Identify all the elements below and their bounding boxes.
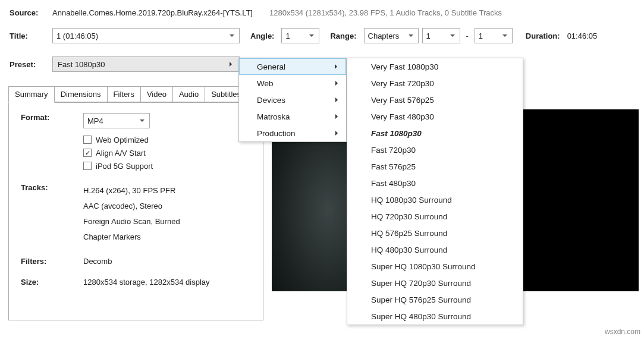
duration-label: Duration: (526, 32, 560, 40)
format-value: MP4 (87, 117, 103, 125)
preset-item[interactable]: Super HQ 576p25 Surround (347, 291, 523, 308)
format-label: Format: (21, 113, 83, 172)
range-from-value: 1 (426, 32, 431, 40)
ipod-label: iPod 5G Support (96, 162, 153, 171)
watermark-text: wsxdn.com (605, 328, 640, 336)
ipod-checkbox[interactable]: iPod 5G Support (83, 159, 153, 172)
format-select[interactable]: MP4 (83, 113, 150, 128)
preset-category-general[interactable]: General (239, 58, 346, 75)
title-select[interactable]: 1 (01:46:05) (52, 28, 240, 43)
preset-item[interactable]: Super HQ 720p30 Surround (347, 275, 523, 291)
preset-item[interactable]: HQ 720p30 Surround (347, 208, 523, 225)
range-label: Range: (330, 32, 356, 40)
filters-value: Decomb (83, 257, 112, 266)
preset-category-production[interactable]: Production (239, 125, 346, 141)
checkbox-icon: ✓ (83, 149, 92, 157)
preset-item[interactable]: Super HQ 480p30 Surround (347, 308, 523, 325)
angle-select[interactable]: 1 (281, 28, 319, 43)
preset-category-matroska[interactable]: Matroska (239, 108, 346, 125)
filters-label: Filters: (21, 257, 83, 266)
preset-category-web[interactable]: Web (239, 75, 346, 92)
preset-item[interactable]: Fast 480p30 (347, 175, 523, 191)
preset-item[interactable]: Very Fast 576p25 (347, 92, 523, 108)
preset-general-submenu: Very Fast 1080p30Very Fast 720p30Very Fa… (347, 58, 523, 325)
preset-item[interactable]: Fast 720p30 (347, 141, 523, 158)
angle-label: Angle: (250, 32, 274, 40)
range-to-select[interactable]: 1 (475, 28, 513, 43)
tab-audio[interactable]: Audio (172, 86, 205, 103)
range-select-value: Chapters (368, 32, 400, 40)
source-info: 1280x534 (1281x534), 23.98 FPS, 1 Audio … (269, 8, 502, 17)
preset-item[interactable]: HQ 480p30 Surround (347, 241, 523, 258)
preset-item[interactable]: Very Fast 720p30 (347, 75, 523, 92)
range-to-value: 1 (479, 32, 483, 40)
preset-item[interactable]: Fast 576p25 (347, 158, 523, 175)
tracks-lines: H.264 (x264), 30 FPS PFRAAC (avcodec), S… (83, 183, 180, 245)
source-value: Annabelle.Comes.Home.2019.720p.BluRay.x2… (52, 8, 253, 17)
size-label: Size: (21, 278, 83, 287)
tab-pane-summary: Format: MP4 Web Optimized ✓ Align A/V St… (8, 102, 263, 320)
preset-label: Preset: (10, 60, 45, 69)
source-label: Source: (10, 8, 45, 17)
size-value: 1280x534 storage, 1282x534 display (83, 278, 210, 287)
title-label: Title: (10, 32, 45, 40)
tab-summary[interactable]: Summary (8, 86, 55, 103)
tab-video[interactable]: Video (140, 86, 173, 103)
tracks-label: Tracks: (21, 183, 83, 245)
preset-select[interactable]: Fast 1080p30 (52, 56, 240, 72)
title-select-value: 1 (01:46:05) (56, 32, 98, 40)
track-line: Foreign Audio Scan, Burned (83, 214, 180, 229)
range-from-select[interactable]: 1 (422, 28, 460, 43)
web-optimized-checkbox[interactable]: Web Optimized (83, 133, 153, 146)
range-select[interactable]: Chapters (364, 28, 419, 43)
preset-select-value: Fast 1080p30 (58, 60, 105, 69)
web-optimized-label: Web Optimized (96, 136, 149, 144)
preset-item[interactable]: Very Fast 480p30 (347, 108, 523, 125)
checkbox-icon (83, 162, 92, 170)
tab-filters[interactable]: Filters (107, 86, 141, 103)
track-line: AAC (avcodec), Stereo (83, 199, 180, 214)
preset-item[interactable]: Very Fast 1080p30 (347, 58, 523, 75)
preset-category-devices[interactable]: Devices (239, 92, 346, 108)
preset-category-menu: GeneralWebDevicesMatroskaProduction (238, 58, 347, 142)
checkbox-icon (83, 136, 92, 144)
align-av-label: Align A/V Start (96, 149, 146, 158)
track-line: Chapter Markers (83, 229, 180, 245)
track-line: H.264 (x264), 30 FPS PFR (83, 183, 180, 199)
duration-value: 01:46:05 (567, 32, 598, 40)
angle-select-value: 1 (285, 32, 290, 40)
preset-item[interactable]: HQ 1080p30 Surround (347, 191, 523, 208)
preset-item[interactable]: Super HQ 1080p30 Surround (347, 258, 523, 275)
tab-dimensions[interactable]: Dimensions (54, 86, 108, 103)
range-dash: - (460, 32, 475, 40)
align-av-checkbox[interactable]: ✓ Align A/V Start (83, 146, 153, 159)
preset-item[interactable]: Fast 1080p30 (347, 125, 523, 141)
preset-item[interactable]: HQ 576p25 Surround (347, 225, 523, 241)
